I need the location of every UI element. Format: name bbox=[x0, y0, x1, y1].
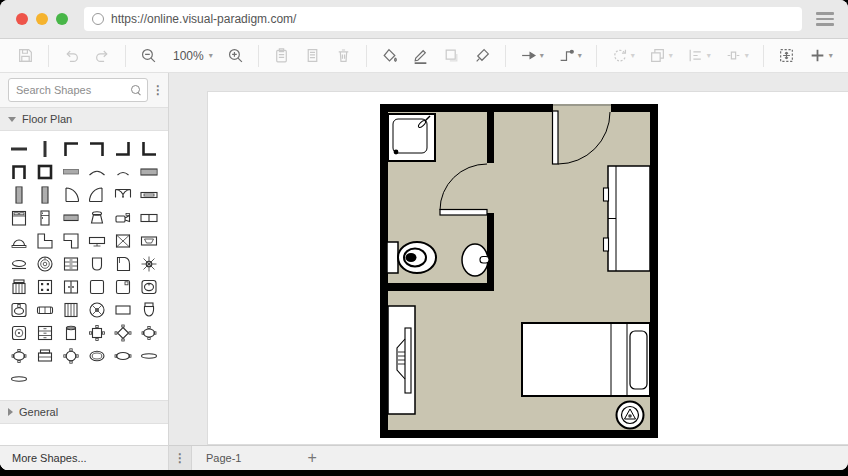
hatched-wall-vertical-2-icon bbox=[35, 185, 55, 205]
shape-card-table[interactable] bbox=[32, 275, 58, 298]
toilet[interactable] bbox=[387, 242, 436, 273]
shape-round-table-chairs[interactable] bbox=[58, 344, 84, 367]
search-input[interactable] bbox=[14, 83, 131, 97]
bed[interactable] bbox=[522, 323, 650, 396]
corner-counter-right-icon bbox=[61, 231, 81, 251]
close-window-button[interactable] bbox=[16, 13, 28, 25]
shape-coffee-table[interactable] bbox=[6, 252, 32, 275]
shape-trash-can[interactable] bbox=[58, 321, 84, 344]
shape-refrigerator[interactable] bbox=[32, 206, 58, 229]
add-page-button[interactable]: + bbox=[301, 450, 322, 466]
maximize-window-button[interactable] bbox=[56, 13, 68, 25]
shape-wall-horizontal[interactable] bbox=[6, 137, 32, 160]
shape-door-right[interactable] bbox=[58, 183, 84, 206]
zoom-level[interactable]: 100%▾ bbox=[167, 47, 217, 65]
shape-toilet-front-view[interactable] bbox=[136, 298, 162, 321]
shape-window[interactable] bbox=[136, 183, 162, 206]
shape-oval-bathtub[interactable] bbox=[84, 344, 110, 367]
dropdown-caret-icon: ▾ bbox=[745, 51, 749, 60]
shape-camera[interactable] bbox=[110, 206, 136, 229]
shape-ceiling-fan[interactable] bbox=[84, 298, 110, 321]
shape-laundry-basket[interactable] bbox=[84, 252, 110, 275]
shape-side-table[interactable] bbox=[110, 298, 136, 321]
shape-wall-corner-sw[interactable] bbox=[136, 137, 162, 160]
shape-wall-corner-nw[interactable] bbox=[58, 137, 84, 160]
shape-stairs[interactable] bbox=[110, 229, 136, 252]
shape-square-sink[interactable] bbox=[6, 298, 32, 321]
shape-office-chair[interactable] bbox=[6, 275, 32, 298]
shape-loveseat[interactable] bbox=[32, 298, 58, 321]
shape-hopper[interactable] bbox=[84, 206, 110, 229]
shape-speaker[interactable] bbox=[6, 321, 32, 344]
shape-small-rug[interactable] bbox=[136, 344, 162, 367]
minimize-window-button[interactable] bbox=[36, 13, 48, 25]
shape-double-door[interactable] bbox=[110, 183, 136, 206]
waypoint-style-button[interactable]: ▾ bbox=[554, 45, 586, 66]
shape-double-window[interactable] bbox=[136, 206, 162, 229]
line-color-button[interactable] bbox=[408, 45, 433, 66]
page-tab[interactable]: Page-1 bbox=[192, 446, 255, 470]
shape-wall-corner-ne[interactable] bbox=[84, 137, 110, 160]
shape-double-bed[interactable] bbox=[6, 206, 32, 229]
shape-hatched-wall[interactable] bbox=[136, 160, 162, 183]
shape-drawer-unit[interactable] bbox=[32, 321, 58, 344]
shape-rug[interactable] bbox=[6, 367, 32, 390]
shape-door-left[interactable] bbox=[84, 183, 110, 206]
shape-oval-table[interactable] bbox=[110, 344, 136, 367]
shape-flat-tv[interactable] bbox=[84, 229, 110, 252]
shape-square-table-chairs[interactable] bbox=[84, 321, 110, 344]
shape-vanity[interactable] bbox=[6, 229, 32, 252]
shape-wall-vertical[interactable] bbox=[32, 137, 58, 160]
shape-hatched-wall-vertical-2[interactable] bbox=[32, 183, 58, 206]
shape-stove-burner[interactable] bbox=[32, 252, 58, 275]
shape-toilet-top-view[interactable] bbox=[136, 275, 162, 298]
toolbar-divider bbox=[505, 45, 506, 67]
shape-wall-corner-se[interactable] bbox=[110, 137, 136, 160]
floor-plan-drawing[interactable] bbox=[380, 104, 658, 438]
shape-corner-counter-left[interactable] bbox=[32, 229, 58, 252]
ceiling-lamp[interactable] bbox=[617, 402, 644, 429]
zoom-out-button[interactable] bbox=[136, 45, 161, 66]
shape-bookcase[interactable] bbox=[58, 298, 84, 321]
shape-plant[interactable] bbox=[136, 252, 162, 275]
shape-grand-piano[interactable] bbox=[110, 252, 136, 275]
address-bar[interactable]: https://online.visual-paradigm.com/ bbox=[84, 7, 802, 31]
shape-corner-table[interactable] bbox=[110, 275, 136, 298]
page-menu-button[interactable]: ⋮ bbox=[169, 446, 192, 470]
shape-double-cabinet[interactable] bbox=[58, 275, 84, 298]
connection-style-button[interactable]: ▾ bbox=[516, 45, 548, 66]
format-panel-button[interactable] bbox=[843, 45, 848, 66]
page-menu-icon: ⋮ bbox=[174, 456, 186, 460]
shape-diamond-table-chairs[interactable] bbox=[110, 321, 136, 344]
more-shapes-button[interactable]: More Shapes... bbox=[0, 445, 168, 470]
shape-curved-wall-1[interactable] bbox=[84, 160, 110, 183]
diagram-canvas[interactable] bbox=[169, 73, 848, 445]
fill-color-button[interactable] bbox=[377, 45, 402, 66]
shape-plain-table[interactable] bbox=[84, 275, 110, 298]
double-bed-icon bbox=[9, 208, 29, 228]
tv-cabinet[interactable] bbox=[388, 306, 415, 414]
format-painter-button[interactable] bbox=[470, 45, 495, 66]
sink[interactable] bbox=[462, 244, 489, 276]
sidebar-menu-icon[interactable]: ⋮ bbox=[152, 88, 164, 92]
shape-room-square[interactable] bbox=[32, 160, 58, 183]
shape-curved-wall-2[interactable] bbox=[110, 160, 136, 183]
section-floor-plan[interactable]: Floor Plan bbox=[0, 107, 168, 131]
insert-button[interactable]: ▾ bbox=[805, 45, 837, 66]
shape-oval-table-chairs[interactable] bbox=[136, 321, 162, 344]
shape-corner-counter-right[interactable] bbox=[58, 229, 84, 252]
shape-printer[interactable] bbox=[32, 344, 58, 367]
shape-conference-table[interactable] bbox=[6, 344, 32, 367]
fit-page-button[interactable] bbox=[774, 45, 799, 66]
shape-hatched-wall-vertical[interactable] bbox=[6, 183, 32, 206]
shape-low-cabinet[interactable] bbox=[58, 206, 84, 229]
shape-wall-section[interactable] bbox=[58, 160, 84, 183]
shape-widescreen-tv[interactable] bbox=[136, 229, 162, 252]
section-general[interactable]: General bbox=[0, 400, 168, 424]
shape-wall-u-shape[interactable] bbox=[6, 160, 32, 183]
shape-dresser[interactable] bbox=[58, 252, 84, 275]
zoom-in-button[interactable] bbox=[223, 45, 248, 66]
shower[interactable] bbox=[388, 114, 435, 161]
browser-menu-icon[interactable] bbox=[816, 12, 834, 26]
wardrobe[interactable] bbox=[604, 166, 651, 271]
